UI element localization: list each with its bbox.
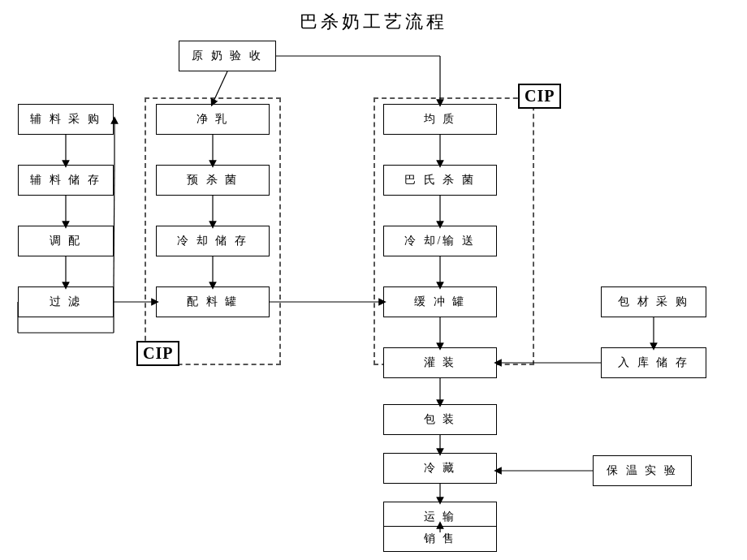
page-title: 巴杀奶工艺流程: [0, 0, 747, 34]
box-fuliaocaigou: 辅 料 采 购: [18, 104, 114, 135]
cip-label-left: CIP: [136, 341, 179, 366]
box-yuannaijianshuo: 原 奶 验 收: [179, 41, 276, 71]
cip-label-right: CIP: [518, 84, 561, 109]
box-baozhuang: 包 装: [383, 404, 497, 435]
box-huanchonggang: 缓 冲 罐: [383, 286, 497, 317]
box-rukuchucun: 入 库 储 存: [601, 347, 706, 378]
box-junzhi: 均 质: [383, 104, 497, 135]
box-yushajun: 预 杀 菌: [156, 165, 270, 196]
box-bashijunsha: 巴 氏 杀 菌: [383, 165, 497, 196]
box-xiaoshou: 销 售: [383, 526, 497, 552]
box-lengquechucun: 冷 却 储 存: [156, 226, 270, 256]
box-jingru: 净 乳: [156, 104, 270, 135]
svg-line-25: [114, 164, 114, 284]
box-tiaopei: 调 配: [18, 226, 114, 256]
box-lengcang: 冷 藏: [383, 453, 497, 484]
box-guan: 灌 装: [383, 347, 497, 378]
box-fuliaozhucun: 辅 料 储 存: [18, 165, 114, 196]
box-peiliaogang: 配 料 罐: [156, 286, 270, 317]
box-baocaicaigou: 包 材 采 购: [601, 286, 706, 317]
box-baowenshiyan: 保 温 实 验: [593, 455, 692, 486]
diagram: 巴杀奶工艺流程 原 奶 验 收 辅 料 采 购 辅 料 储 存 调 配 过 滤 …: [0, 0, 747, 560]
box-guolv: 过 滤: [18, 286, 114, 317]
box-lengshu: 冷 却/输 送: [383, 226, 497, 256]
